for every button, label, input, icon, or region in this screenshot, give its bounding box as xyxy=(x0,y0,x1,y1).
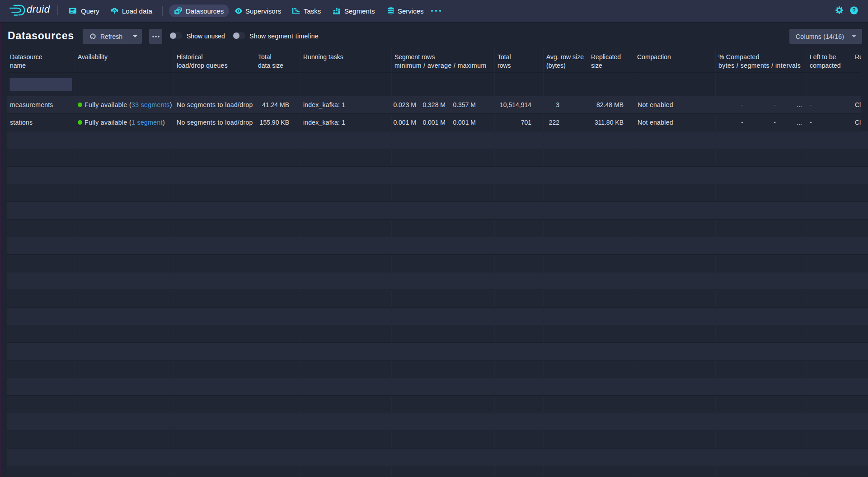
svg-text:?: ? xyxy=(852,7,856,14)
